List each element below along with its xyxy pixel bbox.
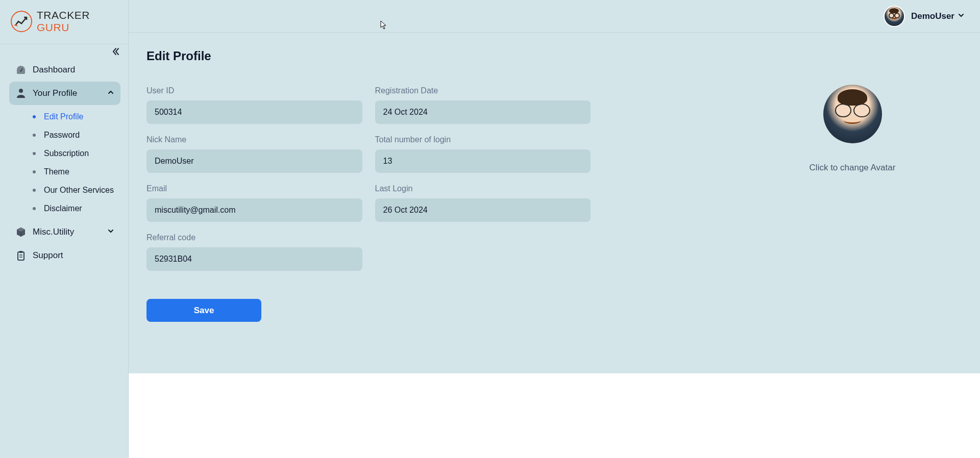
field-label: Registration Date: [375, 86, 591, 95]
save-button[interactable]: Save: [146, 299, 261, 322]
clipboard-icon: [15, 250, 27, 261]
content-area: Edit Profile User ID Registration Date N…: [129, 33, 980, 458]
field-label: Email: [146, 184, 362, 193]
svg-point-2: [19, 89, 23, 93]
referral-code-input[interactable]: [146, 247, 362, 271]
avatar-area: Click to change Avatar: [763, 49, 942, 442]
sidebar-subitem-label: Disclaimer: [44, 204, 82, 213]
bullet-icon: [33, 207, 36, 210]
chevron-up-icon: [107, 88, 114, 98]
main-content: DemoUser Edit Profile User ID Registrati…: [129, 0, 980, 458]
sidebar-subitem-subscription[interactable]: Subscription: [29, 144, 120, 163]
email-input[interactable]: [146, 198, 362, 222]
user-avatar-small[interactable]: [884, 6, 905, 27]
bullet-icon: [33, 170, 36, 173]
sidebar-collapse-button[interactable]: [111, 47, 120, 58]
logo-text: TRACKER GURU: [37, 9, 118, 34]
sidebar-subitem-label: Subscription: [44, 149, 89, 158]
field-label: Last Login: [375, 184, 591, 193]
logo-icon: [10, 10, 33, 33]
chevron-left-double-icon: [111, 47, 120, 56]
topbar: DemoUser: [129, 0, 980, 33]
field-label: User ID: [146, 86, 362, 95]
sidebar-nav: Dashboard Your Profile Edit Profile: [0, 52, 128, 267]
svg-rect-3: [18, 252, 24, 260]
field-email: Email: [146, 184, 362, 222]
registration-date-input[interactable]: [375, 100, 591, 124]
svg-point-0: [11, 11, 32, 32]
field-total-logins: Total number of login: [375, 135, 591, 173]
total-logins-input[interactable]: [375, 149, 591, 173]
sidebar-subitem-label: Our Other Services: [44, 186, 114, 195]
sidebar-subnav: Edit Profile Password Subscription Theme…: [9, 105, 120, 220]
user-id-input[interactable]: [146, 100, 362, 124]
sidebar-item-support[interactable]: Support: [9, 244, 120, 267]
bullet-icon: [33, 189, 36, 192]
sidebar: TRACKER GURU Dashboard: [0, 0, 129, 458]
dashboard-icon: [15, 64, 27, 75]
sidebar-subitem-password[interactable]: Password: [29, 126, 120, 144]
field-registration-date: Registration Date: [375, 86, 591, 124]
field-nick-name: Nick Name: [146, 135, 362, 173]
sidebar-subitem-label: Theme: [44, 167, 69, 176]
sidebar-item-dashboard[interactable]: Dashboard: [9, 58, 120, 82]
avatar-caption: Click to change Avatar: [810, 163, 896, 173]
last-login-input[interactable]: [375, 198, 591, 222]
field-label: Nick Name: [146, 135, 362, 144]
avatar-large[interactable]: [823, 85, 882, 143]
sidebar-subitem-label: Edit Profile: [44, 112, 83, 121]
logo[interactable]: TRACKER GURU: [0, 0, 128, 44]
user-menu-dropdown[interactable]: DemoUser: [911, 11, 965, 21]
field-label: Total number of login: [375, 135, 591, 144]
field-last-login: Last Login: [375, 184, 591, 222]
box-icon: [15, 226, 27, 238]
bullet-icon: [33, 152, 36, 155]
sidebar-item-label: Support: [33, 250, 63, 261]
sidebar-item-misc-utility[interactable]: Misc.Utility: [9, 220, 120, 244]
page-title: Edit Profile: [146, 49, 722, 63]
sidebar-subitem-label: Password: [44, 131, 80, 140]
form-area: Edit Profile User ID Registration Date N…: [146, 49, 722, 442]
sidebar-item-label: Misc.Utility: [33, 227, 74, 237]
sidebar-item-label: Dashboard: [33, 65, 75, 75]
sidebar-subitem-edit-profile[interactable]: Edit Profile: [29, 108, 120, 126]
field-referral-code: Referral code: [146, 233, 362, 271]
sidebar-item-label: Your Profile: [33, 88, 77, 98]
field-user-id: User ID: [146, 86, 362, 124]
sidebar-subitem-other-services[interactable]: Our Other Services: [29, 181, 120, 199]
bullet-icon: [33, 115, 36, 118]
field-label: Referral code: [146, 233, 362, 242]
sidebar-item-your-profile[interactable]: Your Profile: [9, 82, 120, 105]
svg-rect-4: [19, 251, 22, 253]
username-label: DemoUser: [911, 11, 954, 21]
user-icon: [15, 88, 27, 99]
chevron-down-icon: [958, 11, 965, 21]
form-grid: User ID Registration Date Nick Name Tota…: [146, 86, 591, 271]
nick-name-input[interactable]: [146, 149, 362, 173]
sidebar-subitem-disclaimer[interactable]: Disclaimer: [29, 199, 120, 218]
bullet-icon: [33, 134, 36, 137]
chevron-down-icon: [107, 227, 114, 237]
sidebar-subitem-theme[interactable]: Theme: [29, 163, 120, 181]
